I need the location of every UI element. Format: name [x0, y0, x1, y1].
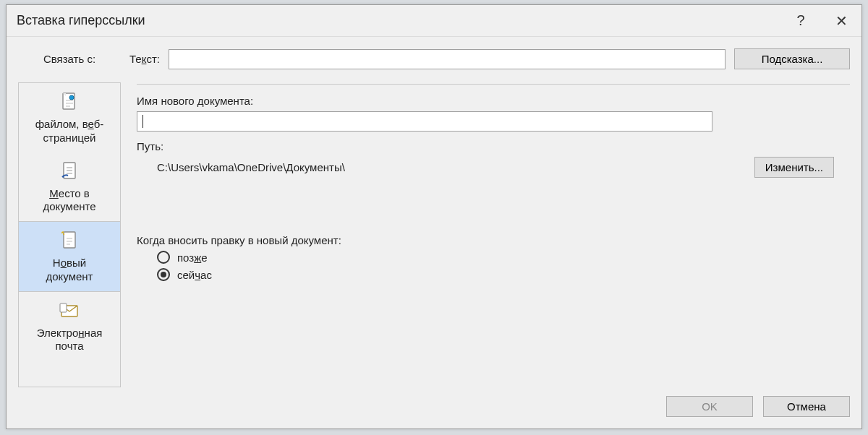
email-icon — [58, 299, 81, 322]
divider — [137, 84, 850, 85]
link-with-label: Связать с: — [18, 53, 121, 65]
place-in-doc-icon — [58, 160, 81, 183]
new-doc-name-label: Имя нового документа: — [137, 95, 850, 107]
close-button[interactable]: ✕ — [821, 5, 861, 36]
change-path-button[interactable]: Изменить... — [754, 157, 834, 178]
radio-later[interactable]: позже — [157, 251, 850, 264]
text-cursor — [142, 115, 143, 128]
svg-rect-4 — [64, 232, 75, 248]
file-web-icon — [58, 90, 81, 113]
radio-now-label: сейчас — [177, 269, 212, 281]
path-value: C:\Users\vkama\OneDrive\Документы\ — [157, 161, 744, 173]
path-label: Путь: — [137, 140, 850, 152]
dialog-body: Связать с: Текст: Подсказка... файлом, в… — [7, 37, 861, 428]
dialog-footer: OK Отмена — [18, 387, 850, 417]
close-icon: ✕ — [835, 12, 848, 30]
display-text-input[interactable] — [169, 49, 726, 69]
radio-icon — [157, 251, 170, 264]
sidebar-item-label: Новый документ — [46, 257, 93, 284]
sidebar-item-new-document[interactable]: Новый документ — [19, 221, 120, 292]
sidebar-item-label: Электронная почта — [37, 327, 103, 354]
sidebar-item-place-in-doc[interactable]: Место в документе — [19, 152, 120, 222]
cancel-button[interactable]: Отмена — [763, 396, 850, 417]
sidebar-item-label: Место в документе — [43, 187, 95, 215]
when-edit-group: Когда вносить правку в новый документ: п… — [137, 234, 850, 285]
sidebar-item-label: файлом, веб- страницей — [35, 118, 104, 145]
when-edit-label: Когда вносить правку в новый документ: — [137, 234, 341, 246]
content-panel: Имя нового документа: Путь: C:\Users\vka… — [137, 82, 850, 387]
path-row: C:\Users\vkama\OneDrive\Документы\ Измен… — [137, 157, 850, 178]
ok-button[interactable]: OK — [666, 396, 753, 417]
dialog-title: Вставка гиперссылки — [17, 13, 780, 28]
radio-now[interactable]: сейчас — [157, 268, 850, 281]
help-button[interactable]: ? — [780, 5, 821, 36]
svg-rect-6 — [60, 303, 67, 312]
text-label: Текст: — [129, 53, 160, 65]
main-area: файлом, веб- страницей Место в документе — [18, 82, 850, 387]
help-icon: ? — [796, 12, 804, 29]
link-category-sidebar: файлом, веб- страницей Место в документе — [18, 82, 121, 387]
screentip-button[interactable]: Подсказка... — [734, 48, 850, 69]
link-with-row: Связать с: Текст: Подсказка... — [18, 48, 850, 69]
radio-later-label: позже — [177, 251, 208, 264]
radio-icon — [157, 268, 170, 281]
sidebar-item-email[interactable]: Электронная почта — [19, 292, 120, 361]
new-doc-name-input[interactable] — [137, 111, 712, 132]
insert-hyperlink-dialog: Вставка гиперссылки ? ✕ Связать с: Текст… — [6, 4, 862, 429]
title-bar: Вставка гиперссылки ? ✕ — [7, 5, 861, 37]
new-document-icon — [58, 229, 81, 252]
sidebar-item-existing-file[interactable]: файлом, веб- страницей — [19, 83, 120, 152]
window-buttons: ? ✕ — [780, 5, 861, 36]
